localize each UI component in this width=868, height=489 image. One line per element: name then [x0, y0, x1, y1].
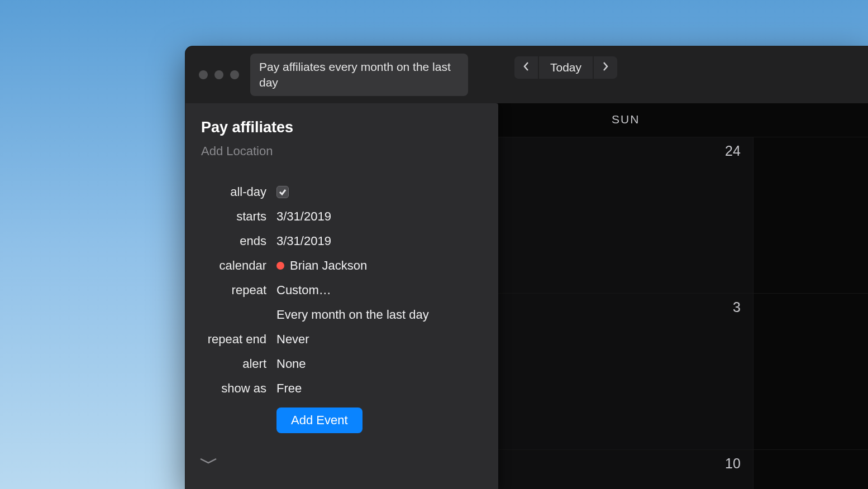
row-repeat-detail: Every month on the last day [201, 303, 483, 327]
row-alert: alert None [201, 352, 483, 376]
event-form: all-day starts 3/31/2019 ends [201, 180, 483, 433]
calendar-day-cell-partial[interactable] [753, 294, 868, 449]
calendar-day-cell[interactable]: 24 [498, 137, 753, 293]
calendar-name: Brian Jackson [290, 258, 367, 273]
label-show-as: show as [201, 381, 276, 396]
calendar-week-row: 24 [498, 137, 868, 293]
label-ends: ends [201, 234, 276, 248]
row-calendar: calendar Brian Jackson [201, 253, 483, 278]
row-show-as: show as Free [201, 376, 483, 401]
calendar-week-row: 10 [498, 449, 868, 489]
show-as-value[interactable]: Free [276, 381, 302, 396]
calendar-day-header-row: SUN [498, 103, 868, 137]
window-traffic-lights [199, 70, 239, 79]
calendar-day-cell[interactable]: 3 [498, 294, 753, 449]
titlebar: Pay affiliates every month on the last d… [185, 46, 868, 103]
ends-value[interactable]: 3/31/2019 [276, 234, 331, 248]
calendar-value[interactable]: Brian Jackson [276, 258, 367, 273]
calendar-window: Pay affiliates every month on the last d… [185, 46, 868, 489]
label-alert: alert [201, 357, 276, 371]
starts-value[interactable]: 3/31/2019 [276, 209, 331, 224]
chevron-left-icon [523, 61, 530, 74]
calendar-color-dot-icon [276, 262, 284, 270]
calendar-date-number: 10 [725, 456, 741, 472]
window-minimize-button[interactable] [214, 70, 223, 79]
row-repeat-end: repeat end Never [201, 327, 483, 352]
expand-panel-handle[interactable] [199, 457, 218, 466]
window-zoom-button[interactable] [230, 70, 239, 79]
check-icon [279, 185, 287, 199]
label-all-day: all-day [201, 185, 276, 199]
calendar-day-cell[interactable]: 10 [498, 450, 753, 489]
body-area: SUN 24 3 10 [185, 103, 868, 489]
calendar-day-cell-partial[interactable] [753, 137, 868, 293]
calendar-day-cell-partial[interactable] [753, 450, 868, 489]
label-calendar: calendar [201, 258, 276, 273]
row-starts: starts 3/31/2019 [201, 204, 483, 229]
calendar-date-number: 24 [725, 143, 741, 159]
label-repeat-end: repeat end [201, 332, 276, 347]
calendar-grid: 24 3 10 [498, 137, 868, 489]
all-day-checkbox[interactable] [276, 186, 289, 198]
add-event-button[interactable]: Add Event [276, 408, 363, 433]
day-header-sun: SUN [498, 103, 753, 137]
event-editor-panel: Pay affiliates Add Location all-day star… [185, 103, 498, 489]
next-button[interactable] [594, 56, 617, 79]
label-repeat: repeat [201, 283, 276, 298]
repeat-value[interactable]: Custom… [276, 283, 331, 298]
row-repeat: repeat Custom… [201, 278, 483, 303]
row-submit: Add Event [201, 401, 483, 433]
repeat-detail-value: Every month on the last day [276, 308, 429, 322]
row-all-day: all-day [201, 180, 483, 204]
calendar-date-number: 3 [733, 299, 741, 315]
calendar-week-row: 3 [498, 293, 868, 449]
window-close-button[interactable] [199, 70, 208, 79]
label-starts: starts [201, 209, 276, 224]
prev-button[interactable] [514, 56, 538, 79]
calendar-nav-controls: Today [514, 56, 617, 79]
alert-value[interactable]: None [276, 357, 306, 371]
chevron-right-icon [602, 61, 609, 74]
today-button[interactable]: Today [539, 56, 593, 79]
row-ends: ends 3/31/2019 [201, 229, 483, 253]
chevron-down-wide-icon [199, 458, 218, 467]
event-location-input[interactable]: Add Location [201, 144, 483, 159]
quick-event-input[interactable]: Pay affiliates every month on the last d… [250, 54, 468, 97]
event-title-input[interactable]: Pay affiliates [201, 119, 483, 136]
repeat-end-value[interactable]: Never [276, 332, 309, 347]
